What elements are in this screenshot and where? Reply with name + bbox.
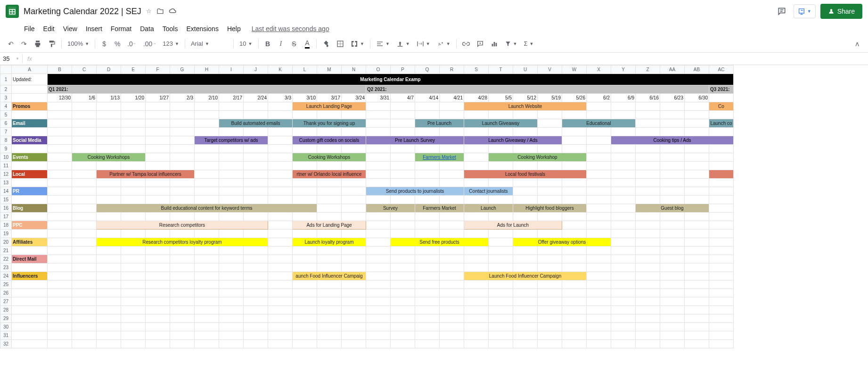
currency-icon[interactable]: $: [98, 38, 110, 50]
cell[interactable]: Cooking tips / Ads: [611, 136, 734, 145]
cell[interactable]: 1/13: [97, 94, 121, 102]
link-icon[interactable]: [459, 38, 473, 50]
cell[interactable]: Ads for Launch: [464, 221, 562, 230]
cell[interactable]: Marketing Calendar Examp: [48, 74, 734, 85]
col-header[interactable]: Q: [415, 66, 440, 74]
row-header[interactable]: 11: [0, 162, 12, 170]
v-align-select[interactable]: ▼: [393, 39, 413, 49]
cell[interactable]: Custom gift codes on socials: [293, 136, 366, 145]
row-header[interactable]: 12: [0, 170, 12, 179]
cell[interactable]: Farmers Market: [415, 204, 464, 213]
cell[interactable]: 3/31: [366, 94, 391, 102]
row-header[interactable]: 21: [0, 247, 12, 255]
cell[interactable]: 4/14: [415, 94, 440, 102]
col-header[interactable]: I: [219, 66, 244, 74]
cell[interactable]: Q2 2021:: [366, 85, 709, 94]
col-header[interactable]: F: [146, 66, 170, 74]
menu-help[interactable]: Help: [224, 23, 244, 34]
cell[interactable]: Q1 2021:: [48, 85, 366, 94]
col-header[interactable]: AB: [685, 66, 709, 74]
row-header[interactable]: 20: [0, 238, 12, 247]
h-align-select[interactable]: ▼: [373, 39, 393, 49]
row-header[interactable]: 4: [0, 102, 12, 111]
more-formats-select[interactable]: 123▼: [160, 39, 182, 48]
row-header[interactable]: 16: [0, 204, 12, 213]
wrap-select[interactable]: ▼: [414, 39, 433, 49]
paint-format-icon[interactable]: [45, 38, 58, 50]
cell[interactable]: rtner w/ Orlando local influence: [293, 170, 366, 179]
cell[interactable]: Partner w/ Tampa local influencers: [97, 170, 195, 179]
cell[interactable]: Launch Giveaway / Ads: [464, 136, 562, 145]
comment-history-icon[interactable]: [775, 4, 789, 18]
row-header[interactable]: 32: [0, 340, 12, 348]
col-header[interactable]: A: [12, 66, 48, 74]
print-icon[interactable]: [31, 38, 44, 50]
increase-decimal-icon[interactable]: .00→: [140, 38, 159, 50]
cell[interactable]: Pre Launch Survey: [366, 136, 464, 145]
cell[interactable]: 5/12: [513, 94, 538, 102]
row-header[interactable]: 17: [0, 213, 12, 221]
cell[interactable]: 2/17: [219, 94, 244, 102]
col-header[interactable]: U: [513, 66, 538, 74]
cell[interactable]: Build educational content for keyword te…: [97, 204, 317, 213]
cell[interactable]: Launch Giveaway: [464, 119, 538, 128]
strikethrough-icon[interactable]: S: [288, 38, 300, 50]
row-header[interactable]: 1: [0, 74, 12, 85]
row-header[interactable]: 3: [0, 94, 12, 102]
col-header[interactable]: B: [48, 66, 72, 74]
filter-select[interactable]: ▼: [502, 40, 520, 48]
cell[interactable]: 6/16: [636, 94, 660, 102]
cloud-status-icon[interactable]: [169, 8, 177, 15]
cell[interactable]: 5/5: [489, 94, 513, 102]
cell[interactable]: aunch Food Influencer Campaig: [293, 272, 366, 280]
last-edit-link[interactable]: Last edit was seconds ago: [252, 25, 329, 33]
cell[interactable]: Co: [709, 102, 734, 111]
redo-icon[interactable]: ↷: [18, 38, 30, 50]
rotate-select[interactable]: A▼: [434, 39, 453, 49]
merge-cells-select[interactable]: ▼: [348, 39, 367, 49]
row-header[interactable]: 9: [0, 145, 12, 153]
row-header[interactable]: 22: [0, 255, 12, 263]
italic-icon[interactable]: I: [275, 38, 287, 50]
col-header[interactable]: AA: [660, 66, 685, 74]
menu-edit[interactable]: Edit: [40, 23, 58, 34]
row-header[interactable]: 26: [0, 289, 12, 297]
cell[interactable]: Cooking Workshops: [72, 153, 146, 162]
select-all-corner[interactable]: [0, 66, 12, 74]
row-header[interactable]: 30: [0, 323, 12, 331]
row-header[interactable]: 19: [0, 230, 12, 238]
font-select[interactable]: Arial▼: [188, 39, 230, 48]
col-header[interactable]: R: [440, 66, 464, 74]
cell[interactable]: Research competitors loyalty program: [97, 238, 268, 247]
undo-icon[interactable]: ↶: [5, 38, 17, 50]
sheets-app-icon[interactable]: [6, 5, 19, 18]
cell[interactable]: 4/28: [464, 94, 489, 102]
cell[interactable]: 6/2: [587, 94, 611, 102]
row-header[interactable]: 5: [0, 111, 12, 119]
cell-link[interactable]: Farmers Market: [423, 155, 456, 160]
row-header[interactable]: 7: [0, 128, 12, 136]
col-header[interactable]: C: [72, 66, 97, 74]
chart-icon[interactable]: [488, 38, 501, 50]
col-header[interactable]: K: [268, 66, 293, 74]
menu-tools[interactable]: Tools: [159, 23, 181, 34]
document-title[interactable]: Marketing Calendar 2022 | SEJ: [24, 7, 141, 16]
cell[interactable]: Survey: [366, 204, 415, 213]
cell[interactable]: Farmers Market: [415, 153, 464, 162]
cell[interactable]: 3/24: [342, 94, 366, 102]
row-header[interactable]: 23: [0, 263, 12, 272]
zoom-select[interactable]: 100%▼: [65, 39, 92, 48]
menu-insert[interactable]: Insert: [82, 23, 106, 34]
cell[interactable]: Launch: [464, 204, 513, 213]
col-header[interactable]: L: [293, 66, 317, 74]
cell[interactable]: Cooking Workshops: [293, 153, 366, 162]
grid[interactable]: A BCDEFGHIJKLMNOPQRSTUVWXYZAAABAC 1Updat…: [0, 65, 868, 387]
col-header[interactable]: X: [587, 66, 611, 74]
cell[interactable]: [709, 170, 734, 179]
cell[interactable]: 3/17: [317, 94, 342, 102]
col-header[interactable]: Y: [611, 66, 636, 74]
cell[interactable]: Highlight food bloggers: [513, 204, 587, 213]
row-header[interactable]: 31: [0, 331, 12, 340]
cell[interactable]: Ads for Landing Page: [293, 221, 366, 230]
row-header[interactable]: 13: [0, 179, 12, 187]
